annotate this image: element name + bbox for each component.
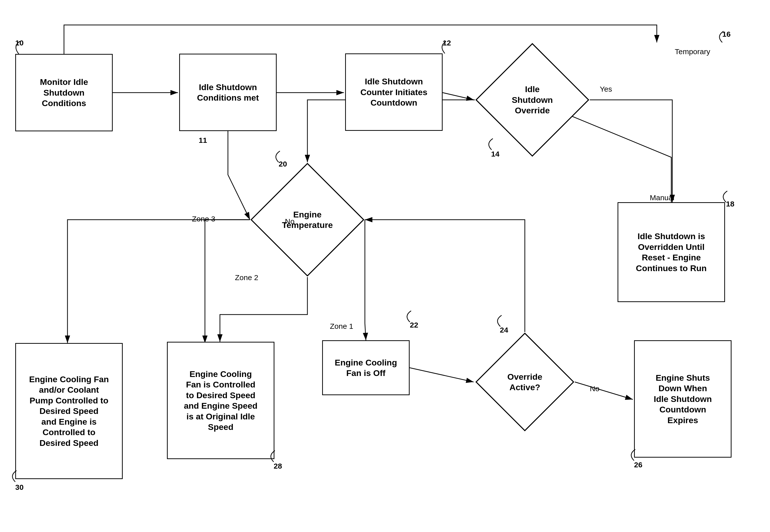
label-zone2: Zone 2: [235, 273, 258, 282]
node-zone2-label: Engine Cooling Fan is Controlled to Desi…: [184, 369, 258, 432]
node-monitor: Monitor Idle Shutdown Conditions: [15, 54, 113, 131]
diamond-temp-label: EngineTemperature: [282, 209, 333, 230]
label-26: 26: [634, 461, 642, 469]
svg-line-5: [575, 382, 633, 399]
node-counter-label: Idle Shutdown Counter Initiates Countdow…: [360, 76, 427, 108]
label-16: 16: [722, 30, 731, 38]
label-30: 30: [15, 483, 23, 492]
node-override-box: Idle Shutdown is Overridden Until Reset …: [618, 202, 725, 302]
label-18: 18: [726, 200, 734, 208]
label-12: 12: [443, 39, 451, 47]
flowchart-diagram: Monitor Idle Shutdown Conditions Idle Sh…: [0, 0, 770, 532]
diamond-override-active: OverrideActive?: [475, 332, 575, 432]
label-temporary: Temporary: [675, 47, 710, 56]
label-manual: Manual: [650, 193, 674, 202]
node-override-label: Idle Shutdown is Overridden Until Reset …: [636, 231, 707, 273]
label-yes: Yes: [600, 85, 612, 93]
label-20: 20: [279, 160, 287, 168]
label-no-24: No: [590, 384, 599, 393]
node-zone1-result: Engine Cooling Fan is Off: [322, 340, 410, 395]
node-monitor-label: Monitor Idle Shutdown Conditions: [40, 77, 88, 109]
node-shutdown-label: Engine Shuts Down When Idle Shutdown Cou…: [654, 372, 712, 426]
node-counter: Idle Shutdown Counter Initiates Countdow…: [345, 53, 443, 131]
diamond-override-label: IdleShutdownOverride: [512, 84, 553, 116]
node-zone2-result: Engine Cooling Fan is Controlled to Desi…: [167, 342, 275, 459]
diamond-engine-temp: EngineTemperature: [250, 162, 365, 277]
label-24: 24: [500, 326, 508, 334]
label-28: 28: [274, 462, 282, 470]
diamond-idle-shutdown-override: IdleShutdownOverride: [475, 42, 590, 157]
node-zone3-result: Engine Cooling Fan and/or Coolant Pump C…: [15, 343, 123, 479]
svg-line-4: [410, 368, 474, 382]
label-22: 22: [410, 321, 418, 329]
label-10: 10: [15, 39, 23, 47]
svg-line-3: [443, 93, 474, 100]
diamond-active-label: OverrideActive?: [507, 371, 542, 393]
node-zone1-label: Engine Cooling Fan is Off: [335, 357, 397, 378]
label-14: 14: [491, 150, 499, 158]
node-shutdown: Engine Shuts Down When Idle Shutdown Cou…: [634, 340, 732, 458]
label-zone3: Zone 3: [192, 215, 215, 223]
node-conditions-met: Idle Shutdown Conditions met: [179, 54, 277, 131]
node-conditions-label: Idle Shutdown Conditions met: [197, 82, 259, 103]
node-zone3-label: Engine Cooling Fan and/or Coolant Pump C…: [29, 374, 109, 448]
label-zone1: Zone 1: [330, 322, 353, 331]
label-11: 11: [199, 136, 207, 145]
